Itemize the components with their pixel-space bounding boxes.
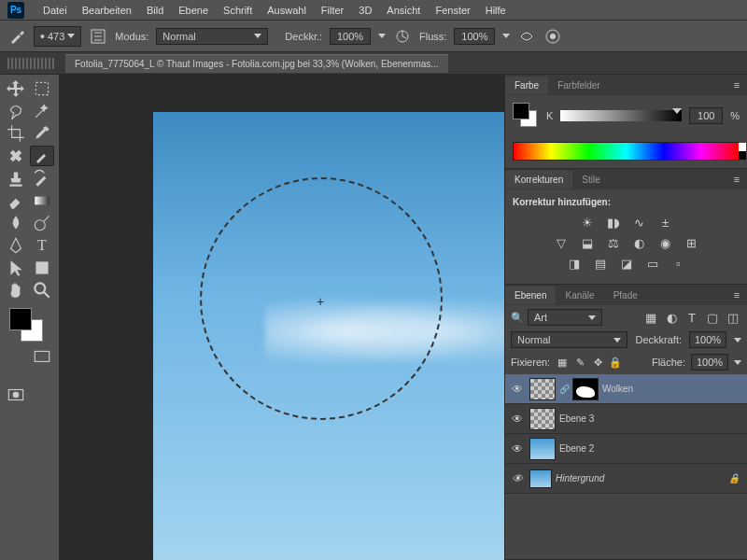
visibility-toggle-icon[interactable]: 👁 [509, 383, 526, 396]
layer-row[interactable]: 👁 Ebene 2 [505, 434, 747, 464]
filter-pixel-icon[interactable]: ▦ [642, 310, 659, 325]
color-spectrum[interactable] [513, 142, 740, 161]
blend-mode-dropdown[interactable]: Normal [156, 28, 268, 45]
path-select-tool-icon[interactable] [4, 258, 28, 278]
layer-blend-dropdown[interactable]: Normal [511, 331, 627, 348]
eyedropper-tool-icon[interactable] [30, 123, 54, 144]
layer-row[interactable]: 👁 Hintergrund 🔒 [505, 464, 747, 494]
gradient-map-icon[interactable]: ▭ [644, 256, 661, 271]
pressure-opacity-icon[interactable] [393, 27, 412, 46]
selective-color-icon[interactable]: ▫ [670, 256, 687, 271]
mask-link-icon[interactable]: 🔗 [559, 385, 569, 394]
marquee-tool-icon[interactable] [30, 78, 54, 99]
levels-icon[interactable]: ▮◗ [605, 215, 622, 230]
airbrush-icon[interactable] [517, 27, 536, 46]
layer-thumbnail[interactable] [529, 438, 556, 460]
foreground-color-swatch[interactable] [9, 308, 32, 330]
lock-pixels-icon[interactable]: ✎ [573, 356, 586, 369]
bw-icon[interactable]: ◐ [631, 235, 648, 250]
photo-filter-icon[interactable]: ◉ [657, 235, 674, 250]
panel-menu-icon[interactable]: ≡ [730, 288, 743, 301]
color-swatches[interactable] [9, 308, 47, 345]
lock-transparency-icon[interactable]: ▦ [556, 356, 569, 369]
opacity-input[interactable]: 100% [330, 28, 371, 45]
vibrance-icon[interactable]: ▽ [553, 235, 570, 250]
flow-input[interactable]: 100% [454, 28, 495, 45]
layer-name[interactable]: Wolken [602, 384, 743, 394]
curves-icon[interactable]: ∿ [631, 215, 648, 230]
zoom-tool-icon[interactable] [30, 280, 54, 301]
type-tool-icon[interactable]: T [30, 235, 54, 256]
healing-tool-icon[interactable] [4, 146, 28, 166]
layer-opacity-input[interactable]: 100% [689, 331, 726, 348]
lasso-tool-icon[interactable] [4, 101, 28, 121]
crop-tool-icon[interactable] [4, 123, 28, 144]
visibility-toggle-icon[interactable]: 👁 [509, 472, 526, 485]
tab-ebenen[interactable]: Ebenen [505, 287, 556, 304]
panel-menu-icon[interactable]: ≡ [730, 78, 743, 91]
menu-datei[interactable]: Datei [35, 5, 75, 16]
document-canvas[interactable]: + [153, 112, 504, 560]
flow-dropdown[interactable] [502, 34, 510, 38]
menu-schrift[interactable]: Schrift [216, 5, 260, 16]
visibility-toggle-icon[interactable]: 👁 [509, 442, 526, 455]
layer-thumbnail[interactable] [529, 378, 556, 400]
menu-ansicht[interactable]: Ansicht [379, 5, 428, 16]
tab-farbfelder[interactable]: Farbfelder [548, 77, 610, 94]
layer-name[interactable]: Hintergrund [556, 473, 725, 483]
posterize-icon[interactable]: ▤ [592, 256, 609, 271]
balance-icon[interactable]: ⚖ [605, 235, 622, 250]
opacity-dropdown[interactable] [734, 338, 741, 343]
lock-position-icon[interactable]: ✥ [591, 356, 604, 369]
layer-filter-dropdown[interactable]: Art [528, 309, 602, 326]
filter-smart-icon[interactable]: ◫ [725, 310, 741, 325]
threshold-icon[interactable]: ◪ [618, 256, 635, 271]
filter-shape-icon[interactable]: ▢ [704, 310, 721, 325]
menu-fenster[interactable]: Fenster [428, 5, 477, 16]
menu-filter[interactable]: Filter [314, 5, 351, 16]
mask-thumbnail[interactable] [572, 378, 599, 400]
brush-tool-icon[interactable] [7, 27, 26, 46]
panel-menu-icon[interactable]: ≡ [730, 173, 743, 186]
menu-auswahl[interactable]: Auswahl [260, 5, 314, 16]
layer-name[interactable]: Ebene 2 [559, 443, 743, 454]
stamp-tool-icon[interactable] [4, 168, 28, 189]
layer-thumbnail[interactable] [529, 408, 556, 430]
blur-tool-icon[interactable] [4, 213, 28, 233]
tab-korrekturen[interactable]: Korrekturen [505, 171, 572, 189]
k-value-input[interactable]: 100 [689, 107, 723, 124]
eraser-tool-icon[interactable] [4, 190, 28, 211]
layer-name[interactable]: Ebene 3 [559, 413, 743, 424]
filter-adjust-icon[interactable]: ◐ [663, 310, 680, 325]
panel-color-swatch[interactable] [513, 103, 539, 129]
gradient-tool-icon[interactable] [30, 190, 54, 211]
brush-panel-toggle-icon[interactable] [89, 27, 107, 46]
screen-mode-icon[interactable] [30, 347, 54, 368]
mixer-icon[interactable]: ⊞ [684, 235, 700, 250]
quick-mask-icon[interactable] [4, 385, 28, 405]
fill-dropdown[interactable] [734, 360, 741, 365]
magic-wand-tool-icon[interactable] [30, 101, 54, 121]
document-tab[interactable]: Fotolia_7775064_L © Thaut Images - Fotol… [65, 54, 448, 73]
menu-3d[interactable]: 3D [351, 5, 379, 16]
exposure-icon[interactable]: ± [657, 215, 674, 230]
invert-icon[interactable]: ◨ [566, 256, 583, 271]
lock-all-icon[interactable]: 🔒 [609, 356, 622, 369]
brush-preset-picker[interactable]: • 473 [34, 26, 81, 47]
move-tool-icon[interactable] [4, 78, 28, 99]
menu-bearbeiten[interactable]: Bearbeiten [75, 5, 139, 16]
fill-input[interactable]: 100% [691, 354, 728, 371]
menu-ebene[interactable]: Ebene [171, 5, 216, 16]
tab-kanaele[interactable]: Kanäle [556, 287, 603, 304]
layer-row[interactable]: 👁 🔗 Wolken [505, 374, 747, 404]
brush-tool-icon[interactable] [30, 146, 54, 166]
hue-icon[interactable]: ⬓ [579, 235, 596, 250]
pen-tool-icon[interactable] [4, 235, 28, 256]
visibility-toggle-icon[interactable]: 👁 [509, 413, 526, 426]
k-slider[interactable] [560, 110, 682, 121]
canvas-area[interactable]: + [60, 75, 504, 560]
menu-bild[interactable]: Bild [139, 5, 171, 16]
brightness-icon[interactable]: ☀ [579, 215, 596, 230]
history-brush-tool-icon[interactable] [30, 168, 54, 189]
layer-row[interactable]: 👁 Ebene 3 [505, 404, 747, 434]
